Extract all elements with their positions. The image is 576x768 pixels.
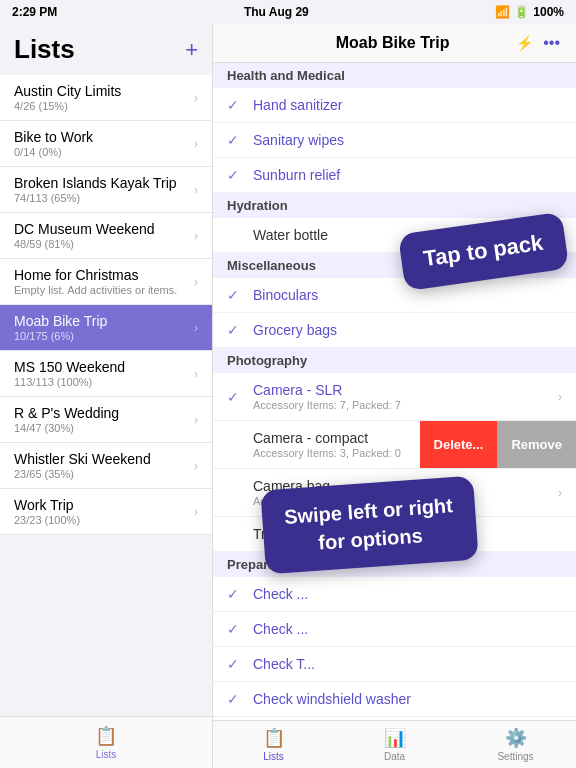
list-item[interactable]: Water bottle xyxy=(213,218,576,253)
list-item-content: Sunburn relief xyxy=(253,167,562,183)
sidebar-item-moab-bike-trip[interactable]: Moab Bike Trip 10/175 (6%) › xyxy=(0,305,212,351)
list-item-content: Grocery bags xyxy=(253,322,562,338)
section-header-health-and-medical: Health and Medical xyxy=(213,63,576,88)
sidebar-nav-lists[interactable]: 📋 Lists xyxy=(8,725,204,760)
sidebar-item-bike-to-work[interactable]: Bike to Work 0/14 (0%) › xyxy=(0,121,212,167)
sidebar-item-sub: 113/113 (100%) xyxy=(14,376,194,388)
more-icon[interactable]: ••• xyxy=(543,34,560,52)
swipe-actions: Delete... Remove xyxy=(420,421,576,468)
list-item-text: Check windshield washer xyxy=(253,691,562,707)
list-item-content: Tripod xyxy=(253,526,562,542)
sidebar-item-name: Austin City Limits xyxy=(14,83,194,99)
list-item-text: Check ... xyxy=(253,621,562,637)
sidebar-item-austin-city-limits[interactable]: Austin City Limits 4/26 (15%) › xyxy=(0,75,212,121)
list-item[interactable]: ✓Check ... xyxy=(213,612,576,647)
delete-button[interactable]: Delete... xyxy=(420,421,498,468)
chevron-right-icon: › xyxy=(558,390,562,404)
app-container: Lists + Austin City Limits 4/26 (15%) › … xyxy=(0,24,576,768)
section-header-preparations: Preparations xyxy=(213,552,576,577)
list-item-content: Check windshield washer xyxy=(253,691,562,707)
sidebar-item-content: Work Trip 23/23 (100%) xyxy=(14,497,194,526)
check-icon: ✓ xyxy=(227,97,245,113)
add-list-button[interactable]: + xyxy=(185,39,198,61)
sidebar-item-content: Home for Christmas Empty list. Add activ… xyxy=(14,267,194,296)
list-item[interactable]: ✓Camera - SLRAccessory Items: 7, Packed:… xyxy=(213,373,576,421)
list-item[interactable]: ✓Sunburn relief xyxy=(213,158,576,193)
remove-button[interactable]: Remove xyxy=(497,421,576,468)
bottom-nav-lists[interactable]: 📋 Lists xyxy=(213,727,334,762)
list-item-content: Check ... xyxy=(253,586,562,602)
chevron-right-icon: › xyxy=(194,91,198,105)
sidebar-item-dc-museum-weekend[interactable]: DC Museum Weekend 48/59 (81%) › xyxy=(0,213,212,259)
sidebar-item-name: Moab Bike Trip xyxy=(14,313,194,329)
sidebar-item-home-for-christmas[interactable]: Home for Christmas Empty list. Add activ… xyxy=(0,259,212,305)
bottom-nav-label: Lists xyxy=(263,751,284,762)
list-item[interactable]: Camera bagAccessory Items: 2, Packed: 0› xyxy=(213,469,576,517)
sidebar-item-name: Work Trip xyxy=(14,497,194,513)
check-icon: ✓ xyxy=(227,132,245,148)
list-item-content: Camera - SLRAccessory Items: 7, Packed: … xyxy=(253,382,554,411)
list-item[interactable]: ✓Check T... xyxy=(213,647,576,682)
chevron-right-icon: › xyxy=(194,459,198,473)
sidebar-item-whistler-ski-weekend[interactable]: Whistler Ski Weekend 23/65 (35%) › xyxy=(0,443,212,489)
sidebar-item-work-trip[interactable]: Work Trip 23/23 (100%) › xyxy=(0,489,212,535)
list-item[interactable]: ✓Grocery bags xyxy=(213,313,576,348)
lists-icon: 📋 xyxy=(263,727,285,749)
status-bar: 2:29 PM Thu Aug 29 📶 🔋 100% xyxy=(0,0,576,24)
sidebar-item-name: MS 150 Weekend xyxy=(14,359,194,375)
list-item-text: Sunburn relief xyxy=(253,167,562,183)
list-item-content: Water bottle xyxy=(253,227,562,243)
main-panel: Moab Bike Trip ⚡ ••• Health and Medical✓… xyxy=(213,24,576,768)
list-item-sub: Accessory Items: 2, Packed: 0 xyxy=(253,495,554,507)
sidebar-item-ms-150-weekend[interactable]: MS 150 Weekend 113/113 (100%) › xyxy=(0,351,212,397)
bottom-nav: 📋 Lists 📊 Data ⚙️ Settings xyxy=(213,720,576,768)
list-item-content: Sanitary wipes xyxy=(253,132,562,148)
sidebar: Lists + Austin City Limits 4/26 (15%) › … xyxy=(0,24,213,768)
list-item[interactable]: Tripod xyxy=(213,517,576,552)
battery-level: 100% xyxy=(533,5,564,19)
list-item-text: Check T... xyxy=(253,656,562,672)
list-item-text: Camera bag xyxy=(253,478,554,494)
list-item-text: Tripod xyxy=(253,526,562,542)
check-icon: ✓ xyxy=(227,691,245,707)
check-icon: ✓ xyxy=(227,287,245,303)
list-item-text: Grocery bags xyxy=(253,322,562,338)
list-item-content: Hand sanitizer xyxy=(253,97,562,113)
chevron-right-icon: › xyxy=(194,321,198,335)
sidebar-item-name: Bike to Work xyxy=(14,129,194,145)
sidebar-item-r-&-p's-wedding[interactable]: R & P's Wedding 14/47 (30%) › xyxy=(0,397,212,443)
bottom-nav-data[interactable]: 📊 Data xyxy=(334,727,455,762)
section-header-miscellaneous: Miscellaneous xyxy=(213,253,576,278)
chevron-right-icon: › xyxy=(194,137,198,151)
list-item[interactable]: ✓Sanitary wipes xyxy=(213,123,576,158)
sidebar-title: Lists xyxy=(14,34,75,65)
bottom-nav-settings[interactable]: ⚙️ Settings xyxy=(455,727,576,762)
sidebar-item-sub: 4/26 (15%) xyxy=(14,100,194,112)
list-item[interactable]: ✓Check ... xyxy=(213,577,576,612)
chevron-right-icon: › xyxy=(194,229,198,243)
sidebar-item-sub: 14/47 (30%) xyxy=(14,422,194,434)
sidebar-list: Austin City Limits 4/26 (15%) › Bike to … xyxy=(0,75,212,716)
check-icon: ✓ xyxy=(227,167,245,183)
main-header-icons: ⚡ ••• xyxy=(516,34,560,52)
sidebar-item-broken-islands-kayak-trip[interactable]: Broken Islands Kayak Trip 74/113 (65%) › xyxy=(0,167,212,213)
chevron-right-icon: › xyxy=(194,367,198,381)
sidebar-item-name: Home for Christmas xyxy=(14,267,194,283)
sidebar-item-content: Broken Islands Kayak Trip 74/113 (65%) xyxy=(14,175,194,204)
wifi-icon: 📶 xyxy=(495,5,510,19)
sidebar-item-sub: 23/23 (100%) xyxy=(14,514,194,526)
sidebar-item-sub: 10/175 (6%) xyxy=(14,330,194,342)
list-item[interactable]: ✓Binoculars xyxy=(213,278,576,313)
filter-icon[interactable]: ⚡ xyxy=(516,35,533,51)
list-item[interactable]: Camera - compactAccessory Items: 3, Pack… xyxy=(213,421,576,469)
status-icons: 📶 🔋 100% xyxy=(495,5,564,19)
check-icon: ✓ xyxy=(227,621,245,637)
section-header-hydration: Hydration xyxy=(213,193,576,218)
list-item[interactable]: ✓Download movies to devices xyxy=(213,717,576,720)
sidebar-item-name: Broken Islands Kayak Trip xyxy=(14,175,194,191)
sidebar-item-content: DC Museum Weekend 48/59 (81%) xyxy=(14,221,194,250)
chevron-right-icon: › xyxy=(194,275,198,289)
list-item[interactable]: ✓Check windshield washer xyxy=(213,682,576,717)
main-content: Health and Medical✓Hand sanitizer✓Sanita… xyxy=(213,63,576,720)
list-item[interactable]: ✓Hand sanitizer xyxy=(213,88,576,123)
